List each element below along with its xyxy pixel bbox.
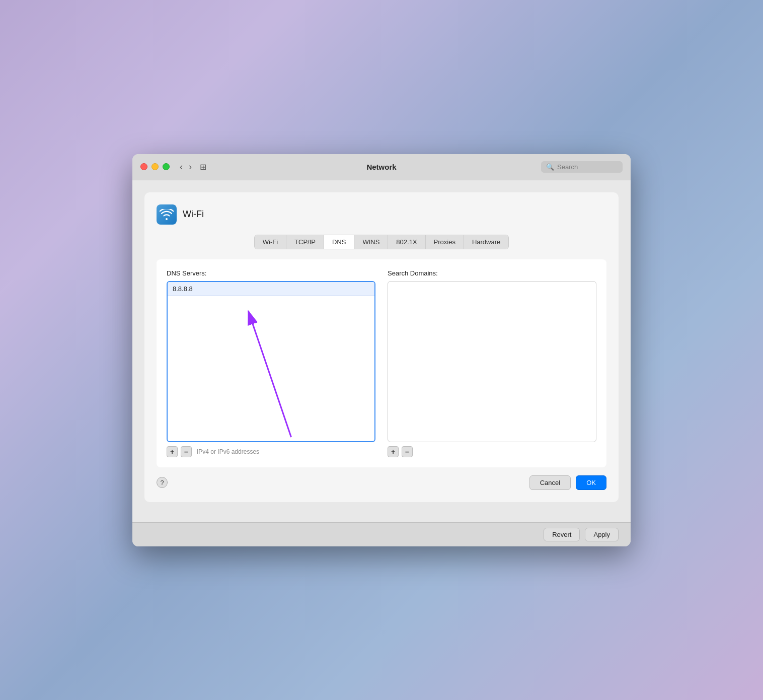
window-title: Network: [366, 163, 396, 171]
ok-button[interactable]: OK: [576, 475, 606, 490]
dns-columns: DNS Servers: 8.8.8.8: [167, 269, 596, 457]
dns-remove-button[interactable]: –: [181, 446, 192, 457]
domains-remove-button[interactable]: –: [402, 446, 413, 457]
search-domains-button-row: + –: [388, 446, 596, 457]
window-bottom-bar: Revert Apply: [132, 522, 631, 546]
tab-proxies[interactable]: Proxies: [426, 235, 464, 249]
dns-add-button[interactable]: +: [167, 446, 178, 457]
forward-button[interactable]: ›: [187, 161, 194, 173]
search-domains-column: Search Domains: + –: [388, 269, 596, 457]
search-icon: 🔍: [546, 163, 554, 171]
search-box[interactable]: 🔍: [541, 161, 623, 173]
traffic-lights: [140, 163, 170, 170]
dns-servers-column: DNS Servers: 8.8.8.8: [167, 269, 375, 457]
footer-actions: Cancel OK: [529, 475, 606, 490]
revert-button[interactable]: Revert: [544, 528, 580, 541]
wifi-header: Wi-Fi: [157, 204, 606, 225]
cancel-button[interactable]: Cancel: [529, 475, 571, 490]
minimize-button[interactable]: [151, 163, 159, 170]
search-domains-label: Search Domains:: [388, 269, 596, 277]
tab-bar: Wi-Fi TCP/IP DNS WINS 802.1X Proxies Har…: [254, 235, 509, 249]
search-input[interactable]: [557, 163, 618, 171]
dns-server-outer: 8.8.8.8: [167, 281, 375, 442]
dns-servers-label: DNS Servers:: [167, 269, 375, 277]
maximize-button[interactable]: [163, 163, 170, 170]
dns-content: DNS Servers: 8.8.8.8: [157, 259, 606, 467]
back-button[interactable]: ‹: [178, 161, 185, 173]
search-domains-list[interactable]: [388, 281, 596, 442]
wifi-icon: [160, 209, 174, 220]
titlebar: ‹ › ⊞ Network 🔍: [132, 154, 631, 180]
grid-icon: ⊞: [200, 162, 206, 172]
network-window: ‹ › ⊞ Network 🔍 Wi-Fi: [132, 154, 631, 546]
tab-hardware[interactable]: Hardware: [464, 235, 508, 249]
close-button[interactable]: [140, 163, 147, 170]
dns-server-entry[interactable]: 8.8.8.8: [168, 282, 374, 296]
main-content: Wi-Fi Wi-Fi TCP/IP DNS WINS 802.1X Proxi…: [132, 180, 631, 522]
tab-dns[interactable]: DNS: [324, 235, 354, 249]
tab-wifi[interactable]: Wi-Fi: [255, 235, 286, 249]
apply-button[interactable]: Apply: [585, 528, 619, 541]
dns-hint: IPv4 or IPv6 addresses: [197, 448, 259, 455]
dns-server-list[interactable]: 8.8.8.8: [167, 281, 375, 442]
tab-tcpip[interactable]: TCP/IP: [286, 235, 324, 249]
nav-arrows: ‹ ›: [178, 161, 194, 173]
help-button[interactable]: ?: [157, 477, 168, 488]
wifi-icon-container: [157, 204, 177, 225]
panel-footer: ? Cancel OK: [157, 475, 606, 490]
wifi-label: Wi-Fi: [183, 209, 204, 220]
domains-add-button[interactable]: +: [388, 446, 399, 457]
dns-servers-button-row: + – IPv4 or IPv6 addresses: [167, 446, 375, 457]
network-panel: Wi-Fi Wi-Fi TCP/IP DNS WINS 802.1X Proxi…: [144, 192, 619, 502]
tab-wins[interactable]: WINS: [354, 235, 388, 249]
tab-8021x[interactable]: 802.1X: [388, 235, 425, 249]
